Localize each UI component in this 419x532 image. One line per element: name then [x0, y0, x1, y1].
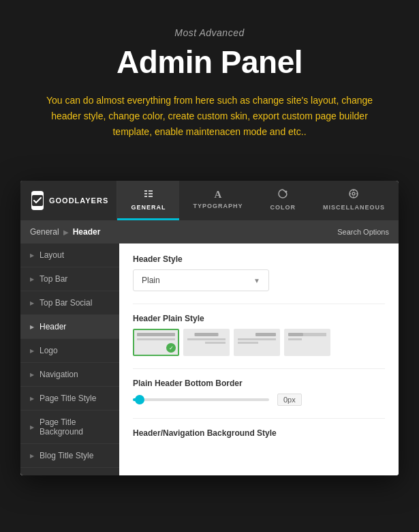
thumb-header-bar	[288, 333, 303, 336]
svg-point-7	[285, 191, 288, 193]
sidebar-item-page-title-bg[interactable]: ▶ Page Title Background	[20, 411, 119, 444]
misc-icon	[348, 188, 359, 201]
tab-color[interactable]: COLOR	[256, 181, 309, 220]
sidebar-item-label: Top Bar Social	[40, 298, 92, 308]
panel-sidebar: ▶ Layout ▶ Top Bar ▶ Top Bar Social ▶ He…	[20, 243, 119, 475]
typography-icon: A	[215, 190, 222, 200]
chevron-right-icon: ▶	[30, 348, 34, 354]
sidebar-item-logo[interactable]: ▶ Logo	[20, 339, 119, 363]
slider-value: 0px	[277, 394, 302, 406]
chevron-right-icon: ▶	[30, 276, 34, 282]
search-options-button[interactable]: Search Options	[337, 228, 389, 236]
header-style-section: Header Style Plain ▼	[133, 254, 385, 291]
chevron-right-icon: ▶	[30, 424, 34, 430]
tab-color-label: COLOR	[270, 204, 296, 211]
chevron-right-icon: ▶	[30, 372, 34, 378]
style-thumb-1[interactable]: ✓	[133, 329, 179, 356]
border-slider[interactable]	[133, 398, 269, 401]
chevron-right-icon: ▶	[30, 300, 34, 306]
divider	[133, 304, 385, 304]
divider	[133, 418, 385, 419]
sidebar-item-label: Page Title Background	[40, 417, 110, 437]
slider-thumb[interactable]	[135, 395, 144, 404]
bottom-border-section: Plain Header Bottom Border 0px	[133, 379, 385, 406]
sidebar-item-label: Header	[40, 322, 66, 331]
panel-content: Header Style Plain ▼ Header Plain Style …	[119, 243, 399, 475]
chevron-down-icon: ▼	[253, 277, 260, 284]
hero-subtitle: Most Advanced	[41, 27, 378, 38]
chevron-right-icon: ▶	[30, 252, 34, 258]
thumb-header-bar	[137, 333, 175, 336]
sidebar-item-label: Navigation	[40, 370, 78, 379]
style-thumb-2[interactable]	[183, 329, 230, 356]
breadcrumb-bar: General ▶ Header Search Options	[20, 220, 399, 243]
svg-point-9	[352, 192, 355, 195]
sidebar-item-topbar-social[interactable]: ▶ Top Bar Social	[20, 291, 119, 315]
header-plain-style-section: Header Plain Style ✓	[133, 314, 385, 356]
tab-typography-label: TYPOGRAPHY	[193, 203, 243, 209]
general-icon	[143, 188, 154, 201]
thumb-nav-bar	[137, 338, 175, 340]
chevron-right-icon: ▶	[30, 324, 34, 330]
chevron-right-icon: ▶	[30, 453, 34, 459]
sidebar-item-label: Page Title Style	[40, 394, 96, 403]
thumb-nav-bar2	[205, 342, 226, 344]
tab-general-label: GENERAL	[131, 204, 166, 211]
tab-general[interactable]: GENERAL	[117, 181, 179, 220]
header-plain-style-label: Header Plain Style	[133, 314, 385, 323]
thumb-header-bar	[195, 333, 219, 336]
color-icon	[277, 188, 288, 201]
header-style-dropdown[interactable]: Plain ▼	[133, 269, 269, 291]
brand-name: GOODLAYERS	[49, 196, 108, 205]
thumb-nav-bar2	[288, 338, 302, 340]
thumb-nav-bar	[238, 338, 276, 340]
tab-misc-label: MISCELLANEOUS	[323, 204, 385, 211]
divider	[133, 368, 385, 369]
breadcrumb-current: Header	[73, 227, 101, 237]
style-thumb-4[interactable]	[284, 329, 330, 356]
panel-tabs: GENERAL A TYPOGRAPHY COLOR	[117, 181, 399, 220]
nav-bg-style-label: Header/Navigation Background Style	[133, 428, 385, 438]
admin-panel: GOODLAYERS GENERAL A	[20, 181, 399, 475]
nav-bg-style-section: Header/Navigation Background Style	[133, 428, 385, 438]
chevron-right-icon: ▶	[30, 396, 34, 402]
sidebar-item-blog-title-style[interactable]: ▶ Blog Title Style	[20, 444, 119, 468]
breadcrumb-separator: ▶	[63, 228, 69, 236]
hero-description: You can do almost everything from here s…	[41, 93, 378, 140]
thumb-header-bar	[255, 333, 276, 336]
tab-miscellaneous[interactable]: MISCELLANEOUS	[309, 181, 399, 220]
dropdown-value: Plain	[142, 276, 160, 285]
header-style-label: Header Style	[133, 254, 385, 264]
sidebar-item-label: Blog Title Style	[40, 451, 93, 460]
breadcrumb: General ▶ Header	[30, 227, 100, 237]
panel-main: ▶ Layout ▶ Top Bar ▶ Top Bar Social ▶ He…	[20, 243, 399, 475]
style-thumbnails: ✓	[133, 329, 385, 356]
hero-title: Admin Panel	[41, 44, 378, 80]
style-thumb-3[interactable]	[234, 329, 280, 356]
sidebar-item-topbar[interactable]: ▶ Top Bar	[20, 267, 119, 291]
thumb-nav-bar	[187, 338, 226, 340]
sidebar-item-header[interactable]: ▶ Header	[20, 315, 119, 339]
slider-row: 0px	[133, 394, 385, 406]
sidebar-item-layout[interactable]: ▶ Layout	[20, 243, 119, 267]
breadcrumb-parent[interactable]: General	[30, 227, 59, 237]
brand-logo: GOODLAYERS	[20, 181, 117, 220]
sidebar-item-label: Layout	[40, 250, 64, 260]
sidebar-item-navigation[interactable]: ▶ Navigation	[20, 363, 119, 387]
selected-check-icon: ✓	[166, 343, 176, 353]
brand-icon	[31, 191, 44, 210]
tab-typography[interactable]: A TYPOGRAPHY	[179, 181, 256, 220]
sidebar-item-page-title-style[interactable]: ▶ Page Title Style	[20, 387, 119, 411]
hero-section: Most Advanced Admin Panel You can do alm…	[0, 0, 419, 181]
sidebar-item-label: Logo	[40, 346, 58, 355]
sidebar-item-label: Top Bar	[40, 274, 67, 284]
panel-topbar: GOODLAYERS GENERAL A	[20, 181, 399, 220]
thumb-nav-bar2	[238, 342, 258, 344]
bottom-border-label: Plain Header Bottom Border	[133, 379, 385, 388]
thumb-nav-bar	[303, 333, 326, 336]
